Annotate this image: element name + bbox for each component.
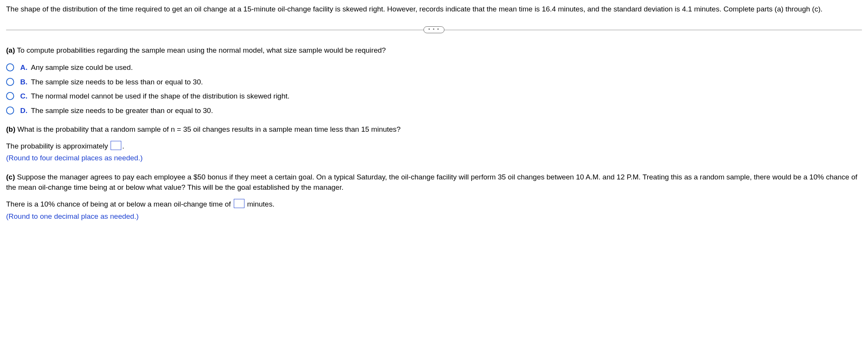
part-b-text: What is the probability that a random sa… [15,125,400,133]
answer-after: . [122,142,124,150]
intro-text: The shape of the distribution of the tim… [6,4,862,15]
part-c-label: (c) [6,173,15,181]
radio-icon[interactable] [6,63,14,71]
part-b-answer-line: The probability is approximately . [6,141,862,152]
part-b-label: (b) [6,125,15,133]
part-c-input[interactable] [234,199,244,208]
answer-before: The probability is approximately [6,142,110,150]
option-letter: B. [20,77,31,87]
option-a[interactable]: A. Any sample size could be used. [6,62,862,73]
radio-icon[interactable] [6,78,14,86]
part-b-hint: (Round to four decimal places as needed.… [6,153,862,163]
option-letter: A. [20,62,31,73]
divider: • • • [6,25,862,34]
part-b: (b) What is the probability that a rando… [6,124,862,163]
option-text: The sample size needs to be less than or… [31,77,203,87]
part-c-hint: (Round to one decimal place as needed.) [6,211,862,222]
part-a: (a) To compute probabilities regarding t… [6,45,862,116]
option-d[interactable]: D. The sample size needs to be greater t… [6,105,862,116]
option-text: Any sample size could be used. [31,62,133,73]
expand-pill[interactable]: • • • [423,26,444,33]
part-a-options: A. Any sample size could be used. B. The… [6,62,862,116]
part-a-text: To compute probabilities regarding the s… [15,46,386,54]
answer-after: minutes. [245,200,275,208]
answer-before: There is a 10% chance of being at or bel… [6,200,233,208]
radio-icon[interactable] [6,107,14,115]
part-c-answer-line: There is a 10% chance of being at or bel… [6,199,862,210]
part-c: (c) Suppose the manager agrees to pay ea… [6,172,862,221]
part-b-input[interactable] [111,141,121,150]
option-b[interactable]: B. The sample size needs to be less than… [6,77,862,87]
question-container: The shape of the distribution of the tim… [0,0,868,241]
part-a-label: (a) [6,46,15,54]
part-c-text: Suppose the manager agrees to pay each e… [6,173,857,192]
option-text: The normal model cannot be used if the s… [31,91,289,102]
option-letter: C. [20,91,31,102]
option-letter: D. [20,105,31,116]
option-c[interactable]: C. The normal model cannot be used if th… [6,91,862,102]
option-text: The sample size needs to be greater than… [31,105,213,116]
radio-icon[interactable] [6,92,14,100]
